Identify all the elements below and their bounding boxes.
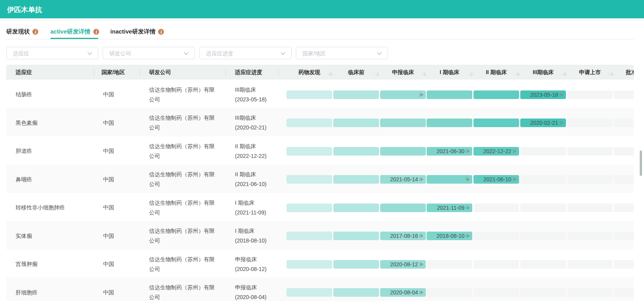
- svg-text:i: i: [35, 29, 36, 34]
- svg-text:i: i: [96, 29, 97, 34]
- svg-text:i: i: [161, 29, 162, 34]
